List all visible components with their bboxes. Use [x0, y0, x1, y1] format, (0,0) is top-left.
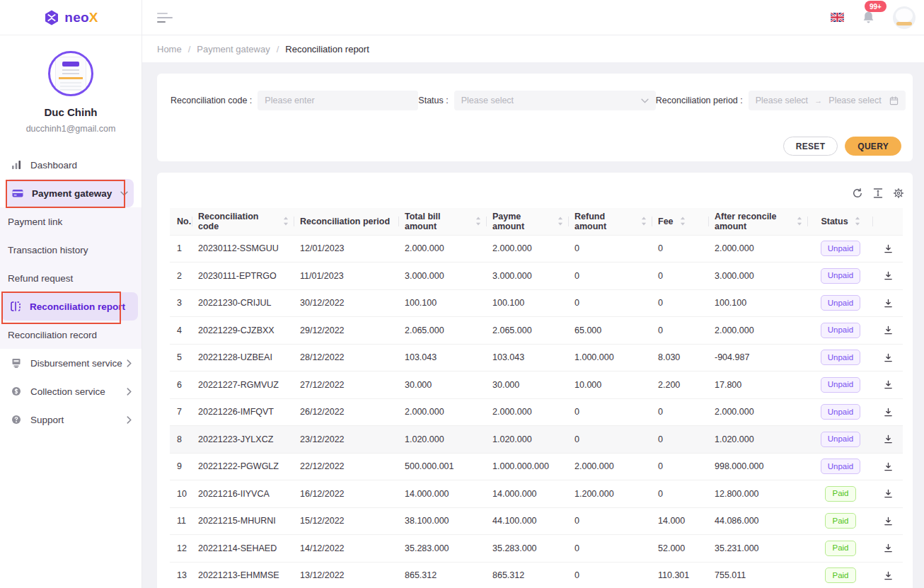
column-header-code[interactable]: Reconciliation code [192, 208, 294, 235]
column-header-status[interactable]: Status [808, 208, 873, 235]
cell-no: 7 [170, 398, 192, 426]
query-button[interactable]: QUERY [845, 137, 901, 156]
sidebar-item-transaction-history[interactable]: Transaction history [0, 236, 142, 264]
column-label: Payme amount [492, 212, 551, 231]
cell-refund: 0 [569, 535, 652, 563]
sort-icon[interactable] [558, 217, 563, 226]
column-label: No. [177, 217, 191, 226]
cell-status: Paid [808, 507, 873, 535]
cell-actions [873, 453, 903, 480]
cell-actions [873, 507, 903, 535]
cell-actions [873, 235, 903, 263]
column-header-fee[interactable]: Fee [652, 208, 709, 235]
cell-code: 20221213-EHMMSE [192, 562, 294, 588]
cell-no: 10 [170, 480, 192, 508]
sort-icon[interactable] [680, 217, 686, 226]
sidebar-item-dashboard[interactable]: Dashboard [0, 151, 142, 179]
sort-icon[interactable] [797, 217, 802, 226]
download-button[interactable] [883, 298, 894, 309]
language-flag-icon[interactable] [831, 13, 844, 22]
cell-fee: 0 [652, 263, 709, 290]
download-button[interactable] [883, 461, 894, 472]
download-button[interactable] [883, 543, 894, 553]
cell-actions [873, 398, 903, 426]
user-avatar[interactable] [48, 51, 93, 96]
chevron-right-icon [127, 416, 132, 424]
sidebar-item-reconciliation-report[interactable]: Reconciliation report [1, 292, 138, 321]
breadcrumb-home[interactable]: Home [157, 44, 182, 54]
sidebar: neoX Duc Chinh ducchinh1@gmail.com Dashb… [0, 0, 142, 588]
sidebar-item-disbursement-service[interactable]: Disbursement service [0, 349, 142, 377]
cell-total: 865.312 [399, 562, 487, 588]
sort-icon[interactable] [283, 217, 289, 226]
notifications-button[interactable]: 99+ [861, 10, 876, 25]
sort-icon[interactable] [855, 217, 860, 226]
download-button[interactable] [883, 488, 894, 499]
column-height-icon[interactable] [872, 188, 884, 199]
reset-button[interactable]: RESET [783, 137, 838, 156]
cell-period: 12/01/2023 [294, 235, 399, 263]
column-header-after[interactable]: After reconcile amount [709, 208, 808, 235]
sidebar-item-reconciliation-record[interactable]: Reconciliation record [0, 321, 142, 349]
cell-refund: 1.000.000 [569, 344, 652, 371]
sidebar-item-label: Dashboard [30, 160, 77, 171]
status-badge: Unpaid [821, 241, 860, 256]
sidebar-item-support[interactable]: Support [0, 405, 142, 434]
cell-no: 13 [170, 562, 192, 588]
payment-gateway-submenu: Payment linkTransaction historyRefund re… [0, 207, 142, 349]
chevron-down-icon [120, 191, 128, 196]
cell-code: 20230111-EPTRGO [192, 263, 294, 290]
download-button[interactable] [883, 407, 894, 417]
column-header-refund[interactable]: Refund amount [569, 208, 652, 235]
reconciliation-code-input[interactable]: Please enter [258, 91, 418, 110]
cell-refund: 0 [569, 562, 652, 588]
payment-gateway-icon [11, 187, 24, 200]
table-row: 520221228-UZBEAI28/12/2022103.043103.043… [170, 344, 903, 371]
cell-payme: 44.100.000 [487, 507, 569, 535]
topbar-actions: 99+ [831, 6, 916, 29]
topbar-avatar[interactable] [893, 6, 916, 29]
column-header-period: Reconciliation period [294, 208, 399, 235]
download-button[interactable] [883, 270, 894, 281]
download-button[interactable] [883, 325, 894, 335]
column-header-payme[interactable]: Payme amount [487, 208, 569, 235]
breadcrumb-separator: / [188, 44, 191, 54]
status-select[interactable]: Please select [454, 91, 656, 110]
cell-code: 20221228-UZBEAI [192, 344, 294, 371]
table-row: 120230112-SSMGUU12/01/20232.000.0002.000… [170, 235, 903, 263]
table-row: 1020221216-IIYVCA16/12/202214.000.00014.… [170, 480, 903, 508]
filter-status: Status : Please select [418, 91, 655, 110]
breadcrumb-payment-gateway[interactable]: Payment gateway [197, 44, 270, 54]
results-panel: No.Reconciliation codeReconciliation per… [157, 173, 913, 588]
sort-icon[interactable] [641, 217, 647, 226]
sidebar-item-payment-link[interactable]: Payment link [0, 207, 142, 236]
cell-status: Unpaid [808, 235, 873, 263]
user-name: Duc Chinh [0, 106, 142, 118]
cell-total: 3.000.000 [399, 263, 487, 290]
topbar: 99+ [142, 0, 924, 35]
input-placeholder: Please enter [265, 96, 314, 105]
refresh-icon[interactable] [852, 188, 863, 199]
sidebar-item-collection-service[interactable]: Collection service [0, 377, 142, 405]
table-row: 420221229-CJZBXX29/12/20222.065.0002.065… [170, 317, 903, 345]
download-button[interactable] [883, 570, 894, 581]
download-button[interactable] [883, 352, 894, 363]
settings-icon[interactable] [893, 188, 904, 199]
cell-fee: 0 [652, 426, 709, 454]
sort-icon[interactable] [475, 217, 481, 226]
period-range-picker[interactable]: Please select → Please select [749, 91, 906, 110]
download-button[interactable] [883, 379, 894, 390]
main-content: Reconciliation code : Please enter Statu… [142, 62, 924, 588]
cell-after: 2.000.000 [709, 317, 808, 345]
cell-total: 35.283.000 [399, 535, 487, 563]
brand-logo[interactable]: neoX [43, 9, 98, 26]
sidebar-item-refund-request[interactable]: Refund request [0, 264, 142, 292]
sidebar-item-payment-gateway[interactable]: Payment gateway [6, 179, 134, 207]
sidebar-item-label: Disbursement service [30, 358, 122, 369]
download-button[interactable] [883, 434, 894, 444]
download-button[interactable] [883, 516, 894, 526]
cell-total: 1.020.000 [399, 426, 487, 454]
menu-toggle-icon[interactable] [157, 10, 173, 25]
column-header-total[interactable]: Total bill amount [399, 208, 487, 235]
download-button[interactable] [883, 243, 894, 254]
